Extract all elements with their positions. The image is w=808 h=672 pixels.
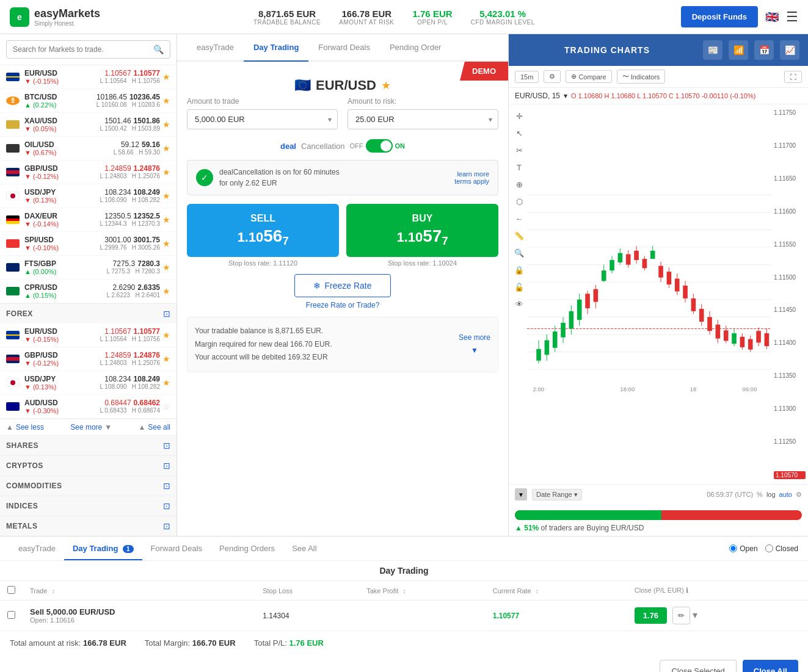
star-button[interactable]: ★ bbox=[162, 262, 170, 272]
deposit-button[interactable]: Deposit Funds bbox=[681, 6, 758, 27]
chart-expand-button[interactable]: ▼ bbox=[515, 488, 527, 500]
chart-signal-button[interactable]: 📶 bbox=[729, 40, 748, 60]
market-item[interactable]: DAX/EUR 12350.5 12352.5 ▼ (-0.14%) L 123… bbox=[0, 208, 177, 232]
sort-icon[interactable]: ↕ bbox=[51, 587, 55, 594]
eye-tool[interactable]: 👁 bbox=[511, 296, 527, 312]
zoom-in-tool[interactable]: 🔍 bbox=[511, 245, 527, 261]
date-range-button[interactable]: Date Range ▾ bbox=[532, 489, 582, 500]
sell-button[interactable]: SELL 1.10567 bbox=[187, 204, 339, 257]
sort-icon3[interactable]: ↕ bbox=[536, 587, 539, 594]
tab-easytrade[interactable]: easyTrade bbox=[187, 34, 244, 60]
market-item[interactable]: GBP/USD 1.24859 1.24876 ▼ (-0.12%) L 1.2… bbox=[0, 347, 177, 371]
commodities-section-header[interactable]: COMMODITIES ⊡ bbox=[0, 475, 177, 496]
market-item[interactable]: FTS/GBP 7275.3 7280.3 ▲ (0.00%) L 7275.3… bbox=[0, 256, 177, 280]
cfd-margin-stat[interactable]: 5,423.01 % CFD MARGIN LEVEL bbox=[471, 9, 535, 26]
tab-forward-deals[interactable]: Forward Deals bbox=[308, 34, 380, 60]
tradable-balance-stat[interactable]: 8,871.65 EUR TRADABLE BALANCE bbox=[253, 9, 321, 26]
chart-news-button[interactable]: 📰 bbox=[703, 40, 722, 60]
star-button[interactable]: ★ bbox=[162, 191, 170, 201]
forex-section-header[interactable]: FOREX ⊡ bbox=[0, 303, 177, 323]
chart-calendar-button[interactable]: 📅 bbox=[754, 40, 774, 60]
menu-icon[interactable]: ☰ bbox=[786, 9, 798, 25]
measure-tool[interactable]: ⊕ bbox=[511, 176, 527, 192]
tab-bottom-forward-deals[interactable]: Forward Deals bbox=[142, 537, 211, 560]
chart-settings-button[interactable]: ⚙ bbox=[544, 70, 561, 83]
star-button[interactable]: ★ bbox=[162, 72, 170, 82]
star-button[interactable]: ★ bbox=[162, 354, 170, 364]
pl-button[interactable]: 1.76 bbox=[635, 607, 667, 624]
chevron-down-icon[interactable]: ▼ bbox=[104, 423, 112, 432]
tab-bottom-easytrade[interactable]: easyTrade bbox=[10, 537, 64, 560]
star-button[interactable]: ★ bbox=[162, 239, 170, 248]
market-item[interactable]: GBP/USD 1.24859 1.24876 ▼ (-0.12%) L 1.2… bbox=[0, 161, 177, 184]
indices-section-header[interactable]: INDICES ⊡ bbox=[0, 496, 177, 516]
cryptos-section-header[interactable]: CRYPTOS ⊡ bbox=[0, 455, 177, 475]
risk-select[interactable]: 25.00 EUR bbox=[348, 109, 498, 129]
star-button[interactable]: ☆ bbox=[162, 402, 170, 411]
toggle-track[interactable] bbox=[366, 139, 393, 153]
star-button[interactable]: ★ bbox=[162, 143, 170, 153]
timeframe-button[interactable]: 15m bbox=[515, 71, 539, 83]
see-more-button2[interactable]: See more ▼ bbox=[459, 331, 490, 358]
fullscreen-button[interactable]: ⛶ bbox=[784, 71, 802, 83]
market-item[interactable]: USD/JPY 108.234 108.249 ▼ (0.13%) L 108.… bbox=[0, 371, 177, 395]
market-item[interactable]: EUR/USD 1.10567 1.10577 ▼ (-0.15%) L 1.1… bbox=[0, 323, 177, 347]
sort-icon2[interactable]: ↕ bbox=[402, 587, 406, 594]
auto-button[interactable]: auto bbox=[779, 491, 792, 498]
star-button[interactable]: ★ bbox=[162, 378, 170, 388]
tab-bottom-see-all[interactable]: See All bbox=[283, 537, 325, 560]
tab-day-trading[interactable]: Day Trading bbox=[244, 34, 308, 60]
buy-button[interactable]: BUY 1.10577 bbox=[346, 204, 498, 257]
compare-button[interactable]: ⊕ Compare bbox=[566, 70, 611, 83]
lock-tool[interactable]: 🔓 bbox=[511, 279, 527, 295]
ruler-tool[interactable]: 📏 bbox=[511, 228, 527, 244]
chart-line-button[interactable]: 📈 bbox=[780, 40, 799, 60]
text-tool[interactable]: T bbox=[511, 159, 527, 175]
search-input[interactable] bbox=[13, 45, 153, 54]
market-item[interactable]: CPR/USD 2.6290 2.6335 ▲ (0.15%) L 2.6223… bbox=[0, 280, 177, 303]
amount-at-risk-stat[interactable]: 166.78 EUR AMOUNT AT RISK bbox=[339, 9, 394, 26]
deal-cancel-toggle[interactable]: OFF ON bbox=[350, 139, 406, 153]
freeze-rate-button[interactable]: ❄ Freeze Rate bbox=[294, 274, 390, 297]
pair-star-icon[interactable]: ★ bbox=[381, 79, 391, 92]
star-button[interactable]: ★ bbox=[162, 167, 170, 177]
market-item[interactable]: OIL/USD 59.12 59.16 ▼ (0.67%) L 58.66 H … bbox=[0, 137, 177, 161]
risk-select-wrap[interactable]: 25.00 EUR bbox=[348, 109, 498, 129]
open-radio[interactable] bbox=[729, 544, 737, 552]
back-tool[interactable]: ← bbox=[511, 211, 527, 226]
market-item[interactable]: XAU/USD 1501.46 1501.86 ▼ (0.05%) L 1500… bbox=[0, 113, 177, 137]
star-button[interactable]: ★ bbox=[162, 120, 170, 129]
see-less-button[interactable]: See less bbox=[16, 423, 44, 432]
freeze-link[interactable]: Freeze Rate or Trade? bbox=[306, 301, 380, 309]
close-selected-button[interactable]: Close Selected bbox=[660, 660, 736, 672]
learn-more-link[interactable]: learn more bbox=[454, 170, 489, 178]
market-item[interactable]: USD/JPY 108.234 108.249 ▼ (0.13%) L 108.… bbox=[0, 184, 177, 208]
market-item[interactable]: AUD/USD 0.68447 0.68462 ▼ (-0.30%) L 0.6… bbox=[0, 395, 177, 419]
gear-icon[interactable]: ⚙ bbox=[796, 491, 802, 499]
magnet-tool[interactable]: 🔒 bbox=[511, 262, 527, 278]
closed-radio[interactable] bbox=[765, 544, 773, 552]
tab-pending-order[interactable]: Pending Order bbox=[380, 34, 451, 60]
star-button[interactable]: ★ bbox=[162, 286, 170, 296]
market-item[interactable]: EUR/USD 1.10567 1.10577 ▼ (-0.15%) L 1.1… bbox=[0, 65, 177, 89]
see-more-button[interactable]: See more bbox=[70, 423, 102, 432]
cut-tool[interactable]: ✂ bbox=[511, 142, 527, 158]
star-button[interactable]: ★ bbox=[162, 96, 170, 106]
see-all-button[interactable]: See all bbox=[148, 423, 170, 432]
metals-section-header[interactable]: METALS ⊡ bbox=[0, 516, 177, 536]
shapes-tool[interactable]: ⬡ bbox=[511, 193, 527, 209]
select-all-checkbox[interactable] bbox=[7, 586, 15, 594]
open-radio-label[interactable]: Open bbox=[729, 544, 757, 553]
market-item[interactable]: ₿ BTC/USD 10186.45 10236.45 ▲ (0.22%) bbox=[0, 89, 177, 113]
expand-row-button[interactable]: ▾ bbox=[693, 609, 697, 621]
amount-select-wrap[interactable]: 5,000.00 EUR bbox=[187, 109, 338, 129]
crosshair-tool[interactable]: ✛ bbox=[511, 108, 527, 124]
market-item[interactable]: SPI/USD 3001.00 3001.75 ▼ (-0.10%) L 299… bbox=[0, 232, 177, 256]
tab-bottom-day-trading[interactable]: Day Trading 1 bbox=[64, 537, 142, 560]
chevron-up2-icon[interactable]: ▲ bbox=[138, 423, 145, 432]
close-all-button[interactable]: Close All bbox=[743, 660, 798, 672]
open-pl-stat[interactable]: 1.76 EUR OPEN P/L bbox=[413, 9, 453, 26]
amount-select[interactable]: 5,000.00 EUR bbox=[187, 109, 338, 129]
chevron-up-icon[interactable]: ▲ bbox=[6, 423, 13, 432]
edit-button[interactable]: ✏ bbox=[672, 607, 690, 624]
